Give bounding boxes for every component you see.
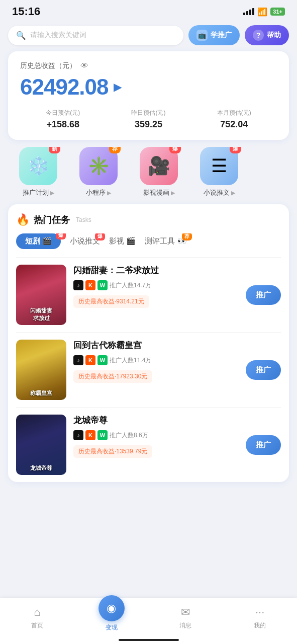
battery-indicator: 31+ xyxy=(270,8,285,16)
section-title: 热门任务 xyxy=(34,214,70,226)
drama-thumb-3: 龙城帝尊 xyxy=(16,415,66,475)
earnings-arrow[interactable]: ▶ xyxy=(114,81,121,93)
cat-badge-hot2: 爆 xyxy=(230,147,241,153)
tiktok-icon-3: ♪ xyxy=(73,430,83,440)
drama-thumb-2: 称霸皇宫 xyxy=(16,340,66,400)
yesterday-earnings: 昨日预估(元) 359.25 xyxy=(106,109,191,130)
month-earnings: 本月预估(元) 752.04 xyxy=(191,109,277,130)
promoters-1: 推广人数14.7万 xyxy=(110,281,151,290)
nav-wode[interactable]: ··· 我的 xyxy=(242,605,277,630)
tab-yingshi[interactable]: 影视 🎬 xyxy=(109,234,136,248)
more-icon: ··· xyxy=(253,605,267,619)
search-row: 🔍 请输入搜索关键词 📺 学推广 ? 帮助 xyxy=(0,21,297,51)
drama-thumb-label-1: 闪婚甜妻求放过 xyxy=(16,307,66,322)
earnings-title: 历史总收益（元） xyxy=(20,61,76,70)
home-icon: ⌂ xyxy=(30,605,44,619)
task-tabs: 短剧 🎬 爆 小说推文 爆 影视 🎬 测评工具 👀 荐 xyxy=(16,233,281,249)
bangzhu-button[interactable]: ? 帮助 xyxy=(245,25,289,45)
drama-name-3: 龙城帝尊 xyxy=(73,415,239,426)
drama-item-2: 称霸皇宫 回到古代称霸皇宫 ♪ K W 推广人数11.4万 历史最高收益·179… xyxy=(16,332,281,407)
section-header: 🔥 热门任务 Tasks xyxy=(16,213,281,226)
xuetuiguang-icon: 📺 xyxy=(196,30,208,41)
drama-item-3: 龙城帝尊 龙城帝尊 ♪ K W 推广人数8.6万 历史最高收益·13539.79… xyxy=(16,407,281,482)
cat-badge-hot1: 爆 xyxy=(169,147,181,153)
ks-icon-3: K xyxy=(85,430,95,440)
earnings-title-row: 历史总收益（元） 👁 xyxy=(20,61,277,70)
cat-tuiguangjihua[interactable]: ❄️ 新 推广计划 ▶ xyxy=(8,147,68,197)
search-icon: 🔍 xyxy=(16,31,26,40)
nav-wode-label: 我的 xyxy=(254,621,266,630)
bianxian-icon: ◉ xyxy=(98,595,125,621)
nav-bianxian[interactable]: ◉ 变现 xyxy=(94,603,129,632)
earnings-amount: 62492.08 xyxy=(20,74,109,100)
section-subtitle: Tasks xyxy=(76,216,91,223)
fire-icon: 🔥 xyxy=(16,213,30,226)
ks-icon-1: K xyxy=(85,280,95,290)
home-indicator xyxy=(119,639,179,641)
promote-button-3[interactable]: 推广 xyxy=(246,435,281,455)
ks-icon-2: K xyxy=(85,355,95,365)
nav-xiaoxi[interactable]: ✉ 消息 xyxy=(168,605,203,630)
tab-ceping[interactable]: 测评工具 👀 荐 xyxy=(145,234,186,248)
nav-bianxian-label: 变现 xyxy=(106,623,118,632)
wifi-icon: 📶 xyxy=(257,7,267,17)
eye-icon[interactable]: 👁 xyxy=(80,61,88,70)
drama-info-1: 闪婚甜妻：二爷求放过 ♪ K W 推广人数14.7万 历史最高收益·9314.2… xyxy=(73,265,239,308)
nav-xiaoxi-label: 消息 xyxy=(179,621,191,630)
promoters-3: 推广人数8.6万 xyxy=(110,431,148,440)
drama-thumb-1: 闪婚甜妻求放过 xyxy=(16,265,66,325)
status-bar: 15:16 📶 31+ xyxy=(0,0,297,21)
tiktok-icon-1: ♪ xyxy=(73,280,83,290)
cat-label-tuiguangjihua: 推广计划 ▶ xyxy=(23,188,54,197)
tab-badge-xiaoshuo: 爆 xyxy=(95,233,105,240)
earnings-sub: 今日预估(元) +158.68 昨日预估(元) 359.25 本月预估(元) 7… xyxy=(20,109,277,130)
tab-badge-ceping: 荐 xyxy=(182,233,192,240)
bangzhu-icon: ? xyxy=(253,30,264,41)
signal-icon xyxy=(243,8,254,15)
cat-yingshimanhua[interactable]: 🎥 爆 影视漫画 ▶ xyxy=(129,147,189,197)
promote-button-1[interactable]: 推广 xyxy=(246,285,281,305)
status-icons: 📶 31+ xyxy=(243,7,285,17)
tiktok-icon-2: ♪ xyxy=(73,355,83,365)
cat-xiaoshuotuiwen[interactable]: ☰ 爆 小说推文 ▶ xyxy=(189,147,249,197)
cat-label-xiaoshuo: 小说推文 ▶ xyxy=(204,188,235,197)
cat-label-yingshi: 影视漫画 ▶ xyxy=(143,188,175,197)
nav-home-label: 首页 xyxy=(31,621,43,630)
drama-thumb-label-2: 称霸皇宫 xyxy=(16,389,66,397)
wechat-icon-1: W xyxy=(97,280,108,290)
max-earnings-2: 历史最高收益·17923.30元 xyxy=(73,370,152,383)
drama-item-1: 闪婚甜妻求放过 闪婚甜妻：二爷求放过 ♪ K W 推广人数14.7万 历史最高收… xyxy=(16,257,281,332)
drama-meta-1: ♪ K W 推广人数14.7万 xyxy=(73,280,239,290)
drama-meta-3: ♪ K W 推广人数8.6万 xyxy=(73,430,239,440)
tab-xiaoshuo[interactable]: 小说推文 爆 xyxy=(70,234,100,248)
max-earnings-3: 历史最高收益·13539.79元 xyxy=(73,445,152,458)
tab-badge-duanju: 爆 xyxy=(56,233,66,239)
drama-info-2: 回到古代称霸皇宫 ♪ K W 推广人数11.4万 历史最高收益·17923.30… xyxy=(73,340,239,383)
message-icon: ✉ xyxy=(178,605,192,619)
promoters-2: 推广人数11.4万 xyxy=(110,356,151,365)
cat-badge-rec: 荐 xyxy=(109,147,121,153)
hot-tasks-section: 🔥 热门任务 Tasks 短剧 🎬 爆 小说推文 爆 影视 🎬 测评工具 👀 荐 xyxy=(8,204,289,482)
cat-badge-new: 新 xyxy=(49,147,60,153)
cat-icon-tuiguangjihua: ❄️ 新 xyxy=(19,147,57,185)
tab-duanju[interactable]: 短剧 🎬 爆 xyxy=(16,233,61,249)
wechat-icon-2: W xyxy=(97,355,108,365)
promote-button-2[interactable]: 推广 xyxy=(246,360,281,380)
max-earnings-1: 历史最高收益·9314.21元 xyxy=(73,295,149,308)
cat-icon-xiaoshuo: ☰ 爆 xyxy=(200,147,238,185)
nav-home[interactable]: ⌂ 首页 xyxy=(20,605,55,630)
search-input-placeholder: 请输入搜索关键词 xyxy=(30,31,86,40)
cat-label-xiaochengxu: 小程序 ▶ xyxy=(86,188,111,197)
xuetuiguang-button[interactable]: 📺 学推广 xyxy=(188,25,240,45)
bottom-nav: ⌂ 首页 ◉ 变现 ✉ 消息 ··· 我的 xyxy=(0,598,297,644)
cat-xiaochengxu[interactable]: ✳️ 荐 小程序 ▶ xyxy=(68,147,129,197)
drama-meta-2: ♪ K W 推广人数11.4万 xyxy=(73,355,239,365)
cat-icon-xiaochengxu: ✳️ 荐 xyxy=(79,147,118,185)
search-box[interactable]: 🔍 请输入搜索关键词 xyxy=(8,26,183,45)
wechat-icon-3: W xyxy=(97,430,108,440)
cat-icon-yingshi: 🎥 爆 xyxy=(140,147,178,185)
earnings-card: 历史总收益（元） 👁 62492.08 ▶ 今日预估(元) +158.68 昨日… xyxy=(8,51,289,140)
drama-thumb-label-3: 龙城帝尊 xyxy=(16,464,66,472)
category-row: ❄️ 新 推广计划 ▶ ✳️ 荐 小程序 ▶ 🎥 爆 影视漫画 ▶ ☰ 爆 小说 xyxy=(0,147,297,204)
earnings-main: 62492.08 ▶ xyxy=(20,74,277,100)
